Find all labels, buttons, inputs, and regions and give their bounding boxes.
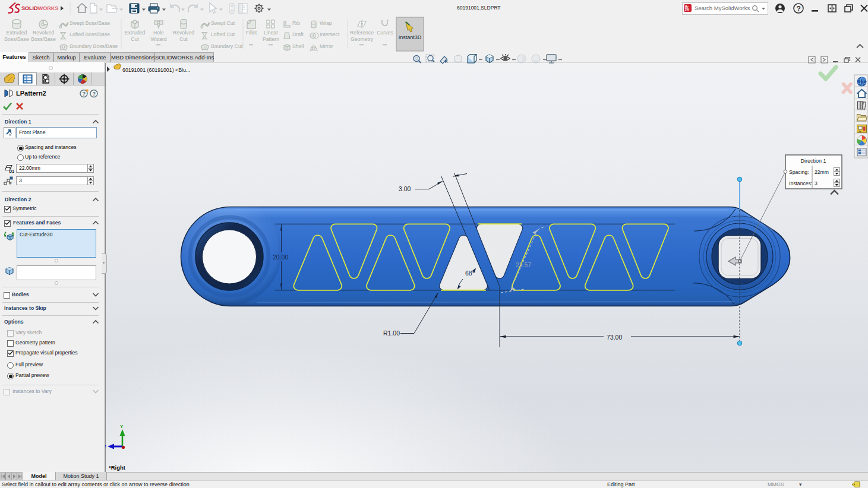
svg-text:Instant3D: Instant3D	[399, 34, 422, 40]
svg-text:22mm: 22mm	[815, 169, 829, 175]
svg-text:3.00: 3.00	[399, 185, 411, 192]
svg-text:Spacing:: Spacing:	[789, 169, 809, 175]
svg-text:Swept Boss/Base: Swept Boss/Base	[70, 20, 110, 26]
svg-text:Boss/Base: Boss/Base	[31, 36, 56, 42]
svg-text:Extruded: Extruded	[7, 30, 27, 36]
svg-text:Boundary Cut: Boundary Cut	[211, 43, 243, 49]
svg-text:Boundary Boss/Base: Boundary Boss/Base	[70, 43, 118, 49]
svg-text:Curves: Curves	[377, 30, 393, 36]
svg-text:Intersect: Intersect	[320, 31, 340, 37]
svg-text:3: 3	[815, 180, 818, 186]
svg-text:Direction 1: Direction 1	[800, 158, 826, 164]
svg-text:?: ?	[93, 91, 96, 97]
svg-text:Fillet: Fillet	[246, 30, 257, 36]
svg-text:Boss/Base: Boss/Base	[4, 36, 29, 42]
svg-text:Y: Y	[120, 424, 124, 429]
svg-text:Swept Cut: Swept Cut	[211, 20, 235, 26]
svg-text:20.00: 20.00	[273, 253, 288, 261]
svg-text:*Right: *Right	[109, 464, 126, 471]
svg-text:Wizard: Wizard	[150, 36, 166, 42]
svg-text:Draft: Draft	[292, 31, 304, 37]
svg-text:Instances:: Instances:	[789, 180, 812, 186]
svg-text:D1: D1	[10, 169, 15, 173]
svg-text:?: ?	[797, 5, 801, 13]
svg-text:Mirror: Mirror	[320, 43, 333, 49]
svg-text:Pattern: Pattern	[263, 36, 279, 42]
svg-text:Hole: Hole	[153, 30, 164, 36]
svg-text:Lofted Boss/Base: Lofted Boss/Base	[70, 31, 110, 37]
svg-text:Geometry: Geometry	[351, 36, 374, 42]
svg-text:Linear: Linear	[264, 30, 278, 36]
svg-text:Revolved: Revolved	[33, 30, 54, 36]
svg-text:Wrap: Wrap	[320, 20, 332, 26]
svg-text:Lofted Cut: Lofted Cut	[211, 31, 235, 37]
svg-text:Extruded: Extruded	[125, 30, 146, 36]
svg-text:#: #	[9, 180, 12, 185]
svg-text:Shell: Shell	[292, 43, 304, 49]
svg-text:Cut: Cut	[179, 36, 188, 42]
svg-text:Revolved: Revolved	[173, 30, 194, 36]
svg-text:73.00: 73.00	[607, 334, 622, 341]
svg-text:Cut: Cut	[131, 36, 139, 42]
svg-text:?: ?	[83, 91, 86, 97]
svg-text:21.57: 21.57	[516, 261, 531, 268]
svg-text:Rib: Rib	[292, 20, 300, 26]
svg-text:Reference: Reference	[350, 30, 374, 36]
svg-text:R1.00: R1.00	[383, 329, 400, 337]
